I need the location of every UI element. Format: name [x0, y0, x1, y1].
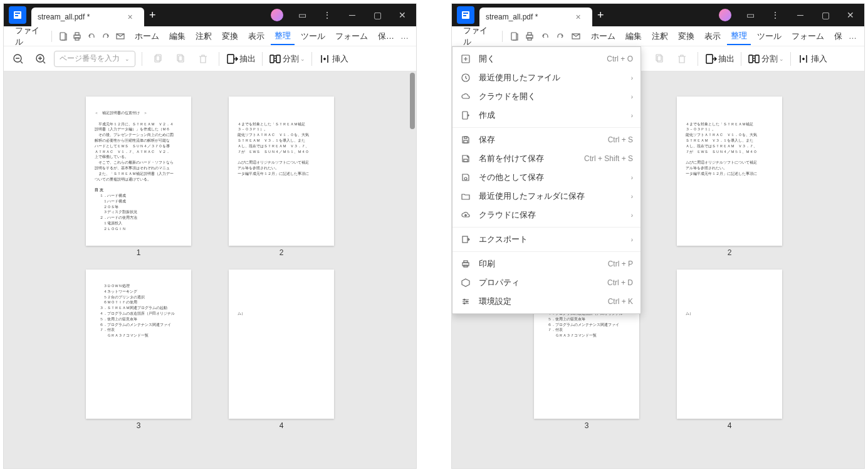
avatar[interactable] — [714, 4, 736, 26]
zoom-out-icon[interactable] — [9, 50, 28, 68]
undo-icon[interactable] — [86, 29, 98, 43]
overflow-icon[interactable]: … — [400, 31, 409, 41]
menu-view[interactable]: 表示 — [701, 28, 724, 45]
kebab-icon[interactable]: ⋮ — [316, 4, 338, 26]
rotate-right-icon[interactable] — [650, 50, 669, 68]
avatar[interactable] — [266, 4, 288, 26]
insert-button[interactable]: 挿入 — [797, 53, 827, 65]
menu-protect[interactable]: 保… — [374, 28, 398, 45]
titlebar: stream_all.pdf * × + ▭ ⋮ ─ ▢ ✕ — [452, 4, 864, 26]
open-icon[interactable] — [508, 29, 521, 43]
menu-form[interactable]: フォーム — [788, 28, 828, 45]
page-thumbnail[interactable]: ム） 4 — [229, 270, 334, 430]
new-tab-button[interactable]: + — [149, 9, 156, 22]
app-icon[interactable] — [9, 6, 26, 24]
delete-icon[interactable] — [194, 50, 212, 68]
page-thumbnail[interactable]: ４までを対象とした「ＳＴＲＥＡＭ補足 ３－０３Ｐ１）。 能化ソフトＡＴＲＡＣ Ｖ… — [229, 97, 334, 257]
page-thumbnail[interactable]: ＜ 補足説明書の位置付け ＞ 平成元年１２月に、ＳＴＲＥＡＭ Ｖ２．４ 説明書（… — [86, 97, 191, 257]
redo-icon[interactable] — [554, 29, 567, 43]
mail-icon[interactable] — [114, 29, 126, 43]
rotate-left-icon[interactable] — [149, 50, 167, 68]
menu-open-cloud[interactable]: クラウドを開く› — [452, 87, 641, 106]
close-icon[interactable]: × — [575, 12, 580, 22]
menu-view[interactable]: 表示 — [244, 28, 268, 45]
clock-icon — [460, 72, 471, 83]
menu-annotate[interactable]: 注釈 — [648, 28, 672, 45]
split-button[interactable]: 分割⌄ — [748, 53, 784, 65]
export-icon — [460, 234, 471, 245]
close-window-icon[interactable]: ✕ — [839, 4, 862, 26]
menu-organize[interactable]: 整理 — [727, 28, 751, 45]
close-window-icon[interactable]: ✕ — [391, 4, 414, 26]
menu-annotate[interactable]: 注釈 — [192, 28, 216, 45]
menu-open[interactable]: 開くCtrl + O — [452, 50, 641, 68]
rotate-right-icon[interactable] — [171, 50, 190, 68]
menu-convert[interactable]: 変換 — [218, 28, 242, 45]
menu-tool[interactable]: ツール — [753, 28, 785, 45]
svg-rect-33 — [464, 140, 468, 143]
menu-protect[interactable]: 保 — [830, 28, 846, 45]
overflow-icon[interactable]: … — [849, 31, 857, 41]
menu-create[interactable]: 作成› — [452, 106, 641, 125]
menu-edit[interactable]: 編集 — [165, 28, 189, 45]
menu-save-cloud[interactable]: クラウドに保存› — [452, 206, 641, 224]
maximize-icon[interactable]: ▢ — [366, 4, 389, 26]
minimize-icon[interactable]: ─ — [341, 4, 363, 26]
save-as-icon — [460, 153, 471, 164]
page-number-input[interactable]: ページ番号を入力⌄ — [54, 51, 135, 67]
svg-point-42 — [464, 299, 465, 300]
menu-home[interactable]: ホーム — [587, 28, 619, 45]
menu-preferences[interactable]: 環境設定Ctrl + K — [452, 292, 641, 311]
menu-recent-files[interactable]: 最近使用したファイル› — [452, 68, 641, 87]
page-thumbnail[interactable]: ３ＤＯＷＮ処理 ４ネットワーキング ５２台のプリンタの選択 ６ＭＯＴＩＦの使用 … — [86, 270, 191, 430]
print-icon[interactable] — [523, 29, 536, 43]
svg-rect-2 — [15, 15, 18, 16]
print-icon[interactable] — [71, 29, 83, 43]
page-number: 2 — [280, 248, 284, 257]
extract-button[interactable]: 抽出 — [226, 53, 256, 65]
menu-tool[interactable]: ツール — [297, 28, 329, 45]
app-icon[interactable] — [457, 6, 474, 24]
zoom-in-icon[interactable] — [31, 50, 50, 68]
menu-export[interactable]: エクスポート› — [452, 230, 641, 249]
redo-icon[interactable] — [100, 29, 112, 43]
mail-icon[interactable] — [569, 29, 582, 43]
document-tab[interactable]: stream_all.pdf * × — [31, 8, 144, 26]
split-button[interactable]: 分割⌄ — [269, 53, 305, 65]
menu-save-recent-folder[interactable]: 最近使用したフォルダに保存› — [452, 187, 641, 206]
svg-rect-16 — [276, 55, 280, 63]
menu-properties[interactable]: プロパティCtrl + D — [452, 273, 641, 292]
minimize-icon[interactable]: ─ — [789, 4, 812, 26]
menu-save-other[interactable]: その他として保存› — [452, 168, 641, 187]
chat-icon[interactable]: ▭ — [739, 4, 761, 26]
menu-home[interactable]: ホーム — [131, 28, 163, 45]
document-tab[interactable]: stream_all.pdf * × — [479, 8, 592, 26]
chat-icon[interactable]: ▭ — [291, 4, 313, 26]
scrollbar-vertical[interactable] — [410, 73, 415, 129]
new-tab-button[interactable]: + — [597, 9, 604, 22]
file-dropdown-menu: 開くCtrl + O 最近使用したファイル› クラウドを開く› 作成› 保存Ct… — [452, 46, 641, 314]
menu-organize[interactable]: 整理 — [271, 28, 295, 45]
page-thumbnail[interactable]: ４までを対象とした「ＳＴＲＥＡＭ補足 ３－０３Ｐ１）。 能化ソフトＡＴＲＡＣ Ｖ… — [677, 97, 782, 257]
delete-icon[interactable] — [672, 50, 691, 68]
menu-print[interactable]: 印刷Ctrl + P — [452, 254, 641, 273]
page-thumbnail[interactable]: ム） 4 — [677, 270, 782, 430]
menu-edit[interactable]: 編集 — [622, 28, 646, 45]
menu-save-as[interactable]: 名前を付けて保存Ctrl + Shift + S — [452, 149, 641, 168]
undo-icon[interactable] — [538, 29, 552, 43]
close-icon[interactable]: × — [127, 12, 132, 22]
extract-button[interactable]: 抽出 — [704, 53, 735, 65]
file-menu[interactable]: ファイル — [11, 25, 46, 48]
page-number: 2 — [728, 248, 732, 257]
menu-convert[interactable]: 変換 — [674, 28, 698, 45]
svg-rect-32 — [463, 112, 468, 119]
maximize-icon[interactable]: ▢ — [814, 4, 837, 26]
menu-form[interactable]: フォーム — [332, 28, 372, 45]
kebab-icon[interactable]: ⋮ — [764, 4, 787, 26]
file-menu[interactable]: ファイル — [459, 25, 497, 48]
insert-button[interactable]: 挿入 — [318, 53, 348, 65]
menu-save[interactable]: 保存Ctrl + S — [452, 130, 641, 149]
svg-rect-18 — [463, 13, 468, 14]
svg-rect-3 — [60, 33, 65, 40]
open-icon[interactable] — [57, 29, 69, 43]
